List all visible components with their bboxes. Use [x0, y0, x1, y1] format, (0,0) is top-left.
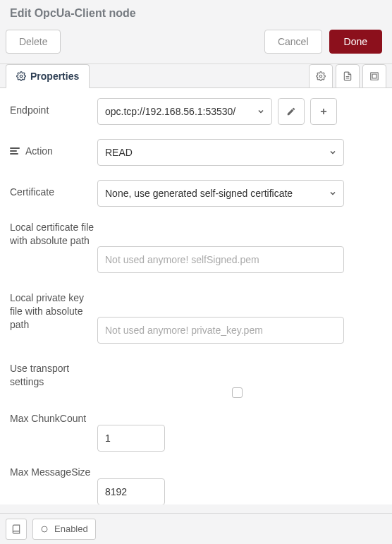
svg-rect-4	[371, 73, 379, 80]
edit-endpoint-button[interactable]	[278, 98, 305, 125]
row-endpoint: Endpoint opc.tcp://192.168.56.1:53530/	[10, 98, 376, 125]
settings-tab-icon[interactable]	[309, 64, 333, 88]
row-action: Action READ	[10, 139, 376, 166]
delete-button[interactable]: Delete	[6, 30, 61, 54]
endpoint-select[interactable]: opc.tcp://192.168.56.1:53530/	[97, 98, 272, 125]
tabs-row: Properties	[0, 64, 392, 88]
form-scroll-area[interactable]: Endpoint opc.tcp://192.168.56.1:53530/	[0, 88, 392, 504]
book-icon	[11, 524, 21, 534]
action-select[interactable]: READ	[97, 139, 344, 166]
appearance-tab-icon[interactable]	[362, 64, 386, 88]
local-key-input[interactable]	[97, 317, 344, 344]
done-button[interactable]: Done	[329, 30, 382, 54]
footer-bar: Enabled	[0, 513, 392, 544]
transport-label: Use transport settings	[10, 362, 97, 389]
max-chunk-input[interactable]	[97, 425, 165, 452]
local-key-label: Local private key file with absolute pat…	[10, 291, 97, 332]
row-max-chunk: Max ChunkCount	[10, 412, 376, 452]
enabled-label: Enabled	[54, 524, 88, 534]
svg-point-0	[20, 75, 23, 78]
transport-checkbox[interactable]	[232, 387, 243, 398]
row-local-key: Local private key file with absolute pat…	[10, 291, 376, 344]
enabled-toggle[interactable]: Enabled	[32, 519, 96, 540]
max-chunk-label: Max ChunkCount	[10, 412, 97, 425]
certificate-label: Certificate	[10, 180, 97, 199]
row-transport: Use transport settings	[10, 362, 376, 398]
svg-point-8	[42, 526, 47, 532]
svg-rect-5	[372, 74, 376, 78]
docs-button[interactable]	[6, 519, 27, 540]
tab-properties[interactable]: Properties	[6, 64, 90, 88]
local-cert-input[interactable]	[97, 246, 344, 273]
row-local-cert: Local certificate file with absolute pat…	[10, 221, 376, 273]
svg-point-1	[319, 75, 322, 78]
max-msg-input[interactable]	[97, 478, 165, 504]
max-msg-label: Max MessageSize	[10, 466, 97, 479]
tab-icons-right	[306, 64, 386, 88]
plus-icon	[319, 107, 329, 116]
tab-properties-label: Properties	[30, 71, 79, 82]
document-tab-icon[interactable]	[336, 64, 360, 88]
endpoint-label: Endpoint	[10, 98, 97, 117]
add-endpoint-button[interactable]	[310, 98, 337, 125]
list-icon	[10, 147, 21, 155]
row-max-msg: Max MessageSize	[10, 466, 376, 504]
certificate-select[interactable]: None, use generated self-signed certific…	[97, 180, 344, 207]
gear-icon	[16, 71, 26, 81]
cancel-button[interactable]: Cancel	[264, 30, 322, 54]
row-certificate: Certificate None, use generated self-sig…	[10, 180, 376, 207]
pencil-icon	[286, 107, 296, 116]
circle-icon	[40, 525, 49, 533]
action-label: Action	[10, 139, 97, 158]
editor-title: Edit OpcUa-Client node	[0, 0, 392, 24]
local-cert-label: Local certificate file with absolute pat…	[10, 221, 97, 248]
action-bar: Delete Cancel Done	[0, 24, 392, 64]
